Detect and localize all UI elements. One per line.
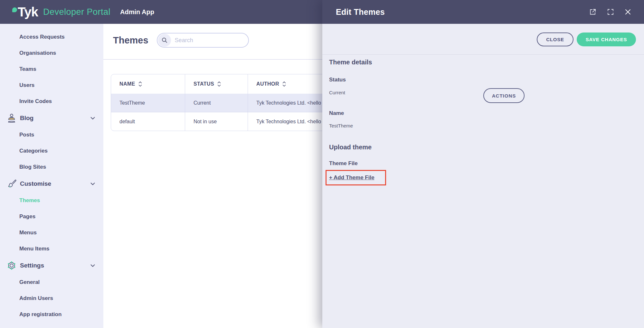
sidebar-item-pages[interactable]: Pages xyxy=(0,209,103,225)
column-header-name[interactable]: NAME xyxy=(111,74,185,94)
cell-status: Current xyxy=(185,94,248,112)
sidebar-section-customise[interactable]: Customise xyxy=(0,175,103,192)
tyk-leaf-icon xyxy=(12,7,17,12)
sidebar-item-admin-users[interactable]: Admin Users xyxy=(0,290,103,306)
search-input[interactable] xyxy=(175,37,239,44)
actions-button[interactable]: ACTIONS xyxy=(483,88,525,103)
close-button[interactable]: CLOSE xyxy=(537,33,573,46)
drawer-header: Edit Themes xyxy=(322,0,644,24)
paintbrush-icon xyxy=(6,179,17,189)
theme-file-label: Theme File xyxy=(329,160,358,167)
sidebar-item-app-registration[interactable]: App registration xyxy=(0,306,103,323)
blogger-icon xyxy=(6,113,17,123)
table-row-default[interactable]: default Not in use Tyk Technologies Ltd.… xyxy=(111,112,350,131)
cell-name: default xyxy=(111,112,185,131)
brand-name: Developer Portal xyxy=(43,7,110,17)
sidebar-section-blog[interactable]: Blog xyxy=(0,109,103,127)
drawer-toolbar: CLOSE SAVE CHANGES xyxy=(322,24,644,55)
sidebar-item-users[interactable]: Users xyxy=(0,77,103,93)
sidebar-item-categories[interactable]: Categories xyxy=(0,143,103,159)
chevron-down-icon xyxy=(90,183,95,185)
sidebar-item-posts[interactable]: Posts xyxy=(0,127,103,143)
status-label: Status xyxy=(329,77,346,83)
fullscreen-icon[interactable] xyxy=(607,9,614,15)
search-box[interactable] xyxy=(157,33,249,48)
themes-table: NAME STATUS AUTHOR xyxy=(111,74,351,131)
sidebar-section-settings[interactable]: Settings xyxy=(0,257,103,274)
gear-icon xyxy=(6,260,17,271)
theme-details-heading: Theme details xyxy=(329,59,372,66)
sidebar-item-menu-items[interactable]: Menu Items xyxy=(0,241,103,257)
add-theme-file-link[interactable]: + Add Theme File xyxy=(329,174,374,181)
sidebar-item-blog-sites[interactable]: Blog Sites xyxy=(0,159,103,175)
sidebar-item-teams[interactable]: Teams xyxy=(0,61,103,77)
search-icon xyxy=(158,34,171,47)
sidebar-item-organisations[interactable]: Organisations xyxy=(0,45,103,61)
chevron-down-icon xyxy=(90,264,95,267)
sort-icon xyxy=(282,81,286,87)
sort-icon xyxy=(138,81,142,87)
logo-text: Tyk xyxy=(18,5,38,18)
status-value: Current xyxy=(329,90,345,95)
drawer-title: Edit Themes xyxy=(336,7,385,17)
edit-themes-drawer: Edit Themes CLOSE SAVE CHANGES xyxy=(322,0,644,328)
sidebar: Access Requests Organisations Teams User… xyxy=(0,24,103,328)
chevron-down-icon xyxy=(90,117,95,120)
name-label: Name xyxy=(329,110,344,117)
close-icon[interactable] xyxy=(625,9,631,15)
sidebar-item-invite-codes[interactable]: Invite Codes xyxy=(0,93,103,109)
cell-status: Not in use xyxy=(185,112,248,131)
tyk-logo[interactable]: Tyk xyxy=(12,5,38,18)
sidebar-item-menus[interactable]: Menus xyxy=(0,225,103,241)
sidebar-item-themes[interactable]: Themes xyxy=(0,192,103,209)
drawer-body: Theme details Status Current ACTIONS Nam… xyxy=(322,55,644,328)
save-changes-button[interactable]: SAVE CHANGES xyxy=(577,33,636,46)
sidebar-item-access-requests[interactable]: Access Requests xyxy=(0,29,103,45)
table-header-row: NAME STATUS AUTHOR xyxy=(111,74,350,94)
column-header-status[interactable]: STATUS xyxy=(185,74,248,94)
sidebar-item-general[interactable]: General xyxy=(0,274,103,290)
cell-name: TestTheme xyxy=(111,94,185,112)
page-title: Themes xyxy=(113,35,148,46)
name-value: TestTheme xyxy=(329,123,353,128)
table-row-testtheme[interactable]: TestTheme Current Tyk Technologies Ltd. … xyxy=(111,94,350,112)
sort-icon xyxy=(217,81,221,87)
app-label: Admin App xyxy=(120,8,154,16)
upload-theme-heading: Upload theme xyxy=(329,144,372,151)
open-in-new-icon[interactable] xyxy=(589,8,596,15)
